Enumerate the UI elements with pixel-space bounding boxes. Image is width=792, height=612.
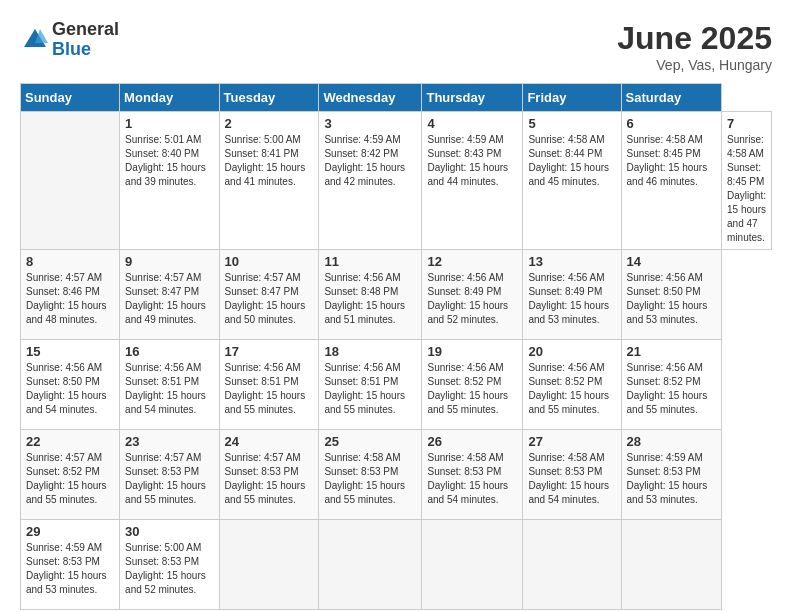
calendar-day-cell: 17Sunrise: 4:56 AMSunset: 8:51 PMDayligh… (219, 340, 319, 430)
calendar-day-cell: 10Sunrise: 4:57 AMSunset: 8:47 PMDayligh… (219, 250, 319, 340)
day-info: Sunrise: 4:56 AMSunset: 8:52 PMDaylight:… (627, 361, 716, 417)
sunset: Sunset: 8:53 PM (125, 556, 199, 567)
calendar-day-cell: 26Sunrise: 4:58 AMSunset: 8:53 PMDayligh… (422, 430, 523, 520)
sunrise: Sunrise: 4:56 AM (627, 272, 703, 283)
day-info: Sunrise: 4:59 AMSunset: 8:42 PMDaylight:… (324, 133, 416, 189)
day-number: 29 (26, 524, 114, 539)
calendar-day-cell (523, 520, 621, 610)
day-info: Sunrise: 4:59 AMSunset: 8:53 PMDaylight:… (627, 451, 716, 507)
sunrise: Sunrise: 4:57 AM (125, 452, 201, 463)
calendar-day-cell: 6Sunrise: 4:58 AMSunset: 8:45 PMDaylight… (621, 112, 721, 250)
calendar-day-cell: 1Sunrise: 5:01 AMSunset: 8:40 PMDaylight… (120, 112, 219, 250)
calendar-day-cell: 22Sunrise: 4:57 AMSunset: 8:52 PMDayligh… (21, 430, 120, 520)
day-info: Sunrise: 4:57 AMSunset: 8:46 PMDaylight:… (26, 271, 114, 327)
day-info: Sunrise: 4:56 AMSunset: 8:51 PMDaylight:… (225, 361, 314, 417)
calendar-day-cell: 3Sunrise: 4:59 AMSunset: 8:42 PMDaylight… (319, 112, 422, 250)
daylight: Daylight: 15 hours and 47 minutes. (727, 190, 766, 243)
sunset: Sunset: 8:50 PM (26, 376, 100, 387)
day-number: 9 (125, 254, 213, 269)
day-number: 8 (26, 254, 114, 269)
title-area: June 2025 Vep, Vas, Hungary (617, 20, 772, 73)
day-info: Sunrise: 5:00 AMSunset: 8:53 PMDaylight:… (125, 541, 213, 597)
daylight: Daylight: 15 hours and 54 minutes. (427, 480, 508, 505)
sunset: Sunset: 8:50 PM (627, 286, 701, 297)
calendar-week-row: 22Sunrise: 4:57 AMSunset: 8:52 PMDayligh… (21, 430, 772, 520)
daylight: Daylight: 15 hours and 52 minutes. (427, 300, 508, 325)
calendar-day-cell (422, 520, 523, 610)
sunrise: Sunrise: 4:56 AM (528, 272, 604, 283)
calendar-day-cell: 4Sunrise: 4:59 AMSunset: 8:43 PMDaylight… (422, 112, 523, 250)
daylight: Daylight: 15 hours and 55 minutes. (528, 390, 609, 415)
day-number: 1 (125, 116, 213, 131)
daylight: Daylight: 15 hours and 52 minutes. (125, 570, 206, 595)
sunrise: Sunrise: 4:58 AM (627, 134, 703, 145)
sunset: Sunset: 8:52 PM (627, 376, 701, 387)
day-number: 12 (427, 254, 517, 269)
day-info: Sunrise: 4:57 AMSunset: 8:53 PMDaylight:… (225, 451, 314, 507)
day-number: 21 (627, 344, 716, 359)
calendar-week-row: 15Sunrise: 4:56 AMSunset: 8:50 PMDayligh… (21, 340, 772, 430)
weekday-header: Friday (523, 84, 621, 112)
sunrise: Sunrise: 4:58 AM (324, 452, 400, 463)
sunrise: Sunrise: 4:59 AM (324, 134, 400, 145)
sunset: Sunset: 8:52 PM (528, 376, 602, 387)
daylight: Daylight: 15 hours and 54 minutes. (528, 480, 609, 505)
calendar-day-cell: 9Sunrise: 4:57 AMSunset: 8:47 PMDaylight… (120, 250, 219, 340)
day-number: 2 (225, 116, 314, 131)
sunrise: Sunrise: 4:59 AM (627, 452, 703, 463)
daylight: Daylight: 15 hours and 55 minutes. (125, 480, 206, 505)
sunset: Sunset: 8:51 PM (125, 376, 199, 387)
sunset: Sunset: 8:48 PM (324, 286, 398, 297)
calendar-day-cell: 16Sunrise: 4:56 AMSunset: 8:51 PMDayligh… (120, 340, 219, 430)
calendar-day-cell: 20Sunrise: 4:56 AMSunset: 8:52 PMDayligh… (523, 340, 621, 430)
day-info: Sunrise: 4:56 AMSunset: 8:48 PMDaylight:… (324, 271, 416, 327)
sunrise: Sunrise: 4:58 AM (528, 134, 604, 145)
day-info: Sunrise: 4:58 AMSunset: 8:45 PMDaylight:… (727, 133, 766, 245)
day-number: 5 (528, 116, 615, 131)
sunrise: Sunrise: 4:57 AM (225, 272, 301, 283)
day-number: 16 (125, 344, 213, 359)
sunset: Sunset: 8:42 PM (324, 148, 398, 159)
sunset: Sunset: 8:47 PM (225, 286, 299, 297)
day-info: Sunrise: 4:56 AMSunset: 8:52 PMDaylight:… (528, 361, 615, 417)
calendar-week-row: 29Sunrise: 4:59 AMSunset: 8:53 PMDayligh… (21, 520, 772, 610)
sunrise: Sunrise: 4:56 AM (627, 362, 703, 373)
calendar-day-cell: 12Sunrise: 4:56 AMSunset: 8:49 PMDayligh… (422, 250, 523, 340)
daylight: Daylight: 15 hours and 55 minutes. (324, 480, 405, 505)
day-number: 4 (427, 116, 517, 131)
sunset: Sunset: 8:51 PM (225, 376, 299, 387)
sunset: Sunset: 8:49 PM (427, 286, 501, 297)
logo-text: General Blue (52, 20, 119, 60)
day-number: 22 (26, 434, 114, 449)
calendar-week-row: 1Sunrise: 5:01 AMSunset: 8:40 PMDaylight… (21, 112, 772, 250)
calendar: SundayMondayTuesdayWednesdayThursdayFrid… (20, 83, 772, 610)
calendar-day-cell: 30Sunrise: 5:00 AMSunset: 8:53 PMDayligh… (120, 520, 219, 610)
daylight: Daylight: 15 hours and 55 minutes. (225, 480, 306, 505)
sunset: Sunset: 8:53 PM (427, 466, 501, 477)
sunrise: Sunrise: 4:58 AM (528, 452, 604, 463)
daylight: Daylight: 15 hours and 53 minutes. (528, 300, 609, 325)
daylight: Daylight: 15 hours and 54 minutes. (26, 390, 107, 415)
day-number: 13 (528, 254, 615, 269)
sunset: Sunset: 8:52 PM (427, 376, 501, 387)
daylight: Daylight: 15 hours and 54 minutes. (125, 390, 206, 415)
daylight: Daylight: 15 hours and 55 minutes. (324, 390, 405, 415)
sunset: Sunset: 8:52 PM (26, 466, 100, 477)
day-info: Sunrise: 4:57 AMSunset: 8:47 PMDaylight:… (125, 271, 213, 327)
day-info: Sunrise: 4:56 AMSunset: 8:51 PMDaylight:… (125, 361, 213, 417)
sunrise: Sunrise: 5:00 AM (125, 542, 201, 553)
daylight: Daylight: 15 hours and 51 minutes. (324, 300, 405, 325)
day-info: Sunrise: 4:58 AMSunset: 8:44 PMDaylight:… (528, 133, 615, 189)
calendar-day-cell: 18Sunrise: 4:56 AMSunset: 8:51 PMDayligh… (319, 340, 422, 430)
day-number: 25 (324, 434, 416, 449)
day-number: 20 (528, 344, 615, 359)
sunset: Sunset: 8:53 PM (125, 466, 199, 477)
day-info: Sunrise: 5:00 AMSunset: 8:41 PMDaylight:… (225, 133, 314, 189)
sunrise: Sunrise: 4:56 AM (324, 272, 400, 283)
daylight: Daylight: 15 hours and 53 minutes. (26, 570, 107, 595)
day-info: Sunrise: 4:56 AMSunset: 8:51 PMDaylight:… (324, 361, 416, 417)
sunrise: Sunrise: 4:56 AM (225, 362, 301, 373)
calendar-day-cell: 8Sunrise: 4:57 AMSunset: 8:46 PMDaylight… (21, 250, 120, 340)
sunset: Sunset: 8:53 PM (627, 466, 701, 477)
sunset: Sunset: 8:44 PM (528, 148, 602, 159)
